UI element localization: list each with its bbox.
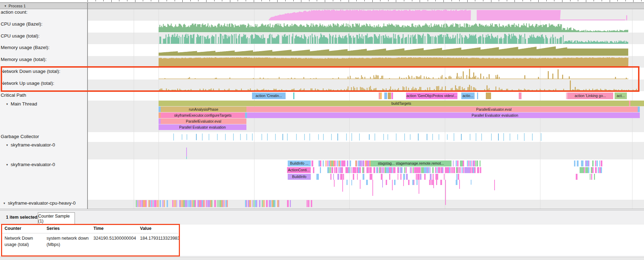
trace-slice[interactable] — [372, 180, 373, 196]
trace-slice[interactable] — [436, 180, 437, 185]
trace-slice[interactable] — [313, 167, 314, 173]
trace-slice[interactable] — [462, 167, 463, 173]
trace-slice[interactable] — [432, 167, 434, 173]
trace-slice[interactable] — [155, 200, 156, 207]
collapse-icon[interactable]: ▾ — [6, 143, 8, 147]
main-thread-slice[interactable]: Parallel Evaluator evaluation — [350, 112, 640, 118]
tab-counter-sample[interactable]: Counter Sample (1) — [38, 212, 75, 225]
counter-chart-cpu-total[interactable] — [88, 33, 644, 44]
trace-slice[interactable] — [463, 160, 464, 166]
gc-tick[interactable] — [517, 134, 518, 140]
trace-slice[interactable] — [140, 200, 141, 207]
gc-tick[interactable] — [541, 133, 541, 141]
trace-slice[interactable] — [386, 180, 387, 185]
critical-path-slice[interactable] — [384, 93, 387, 99]
trace-slice[interactable] — [318, 174, 319, 180]
trace-slice[interactable] — [160, 200, 161, 207]
trace-slice[interactable] — [227, 200, 228, 207]
trace-slice[interactable] — [577, 160, 579, 166]
trace-slice[interactable] — [312, 160, 313, 166]
trace-slice[interactable] — [437, 174, 438, 180]
trace-slice[interactable] — [150, 200, 151, 207]
trace-slice[interactable] — [186, 200, 187, 207]
gc-tick[interactable] — [532, 134, 533, 141]
counter-chart-cpu-bazel[interactable] — [88, 21, 644, 32]
trace-slice[interactable] — [458, 174, 459, 180]
trace-slice[interactable] — [211, 200, 212, 207]
trace-slice[interactable] — [596, 160, 598, 166]
trace-slice[interactable] — [416, 174, 417, 180]
trace-slice[interactable] — [174, 200, 175, 207]
trace-slice[interactable] — [453, 160, 454, 166]
trace-slice[interactable] — [398, 174, 398, 180]
trace-slice[interactable] — [338, 167, 340, 173]
trace-slice[interactable] — [371, 167, 372, 173]
trace-slice[interactable] — [336, 160, 336, 166]
trace-slice[interactable] — [389, 174, 390, 180]
trace-slice[interactable] — [468, 160, 469, 166]
critical-path-slice[interactable] — [391, 93, 393, 99]
main-thread-slice[interactable] — [246, 107, 350, 112]
trace-slice[interactable] — [279, 200, 279, 207]
trace-slice[interactable] — [176, 200, 177, 207]
trace-slice[interactable] — [435, 167, 436, 173]
trace-slice[interactable] — [470, 167, 471, 173]
gc-tick[interactable] — [410, 134, 411, 140]
track-label-main-thread[interactable]: ▾Main Thread — [6, 101, 37, 107]
gc-tick[interactable] — [267, 134, 268, 141]
trace-slice[interactable] — [331, 167, 333, 173]
trace-slice[interactable] — [414, 180, 414, 185]
trace-slice[interactable] — [599, 160, 600, 166]
trace-slice[interactable] — [594, 174, 595, 180]
trace-slice[interactable] — [445, 180, 446, 205]
gc-tick[interactable] — [454, 133, 454, 141]
trace-slice[interactable] — [334, 167, 335, 173]
counter-chart-memory-total[interactable] — [88, 56, 644, 67]
gc-tick[interactable] — [396, 134, 397, 141]
trace-slice[interactable] — [190, 200, 191, 207]
trace-slice[interactable] — [411, 167, 412, 173]
critical-path-slice[interactable] — [477, 93, 478, 99]
trace-slice[interactable] — [452, 167, 453, 173]
main-thread-slice[interactable] — [247, 112, 350, 118]
trace-slice[interactable] — [167, 200, 168, 207]
trace-slice[interactable] — [214, 200, 216, 207]
trace-slice[interactable]: ActionConti... — [287, 167, 311, 173]
gc-tick[interactable] — [524, 133, 525, 141]
trace-slice[interactable] — [337, 160, 338, 166]
trace-slice[interactable] — [413, 167, 414, 173]
gc-tick[interactable] — [427, 134, 427, 140]
gc-tick[interactable] — [304, 134, 305, 141]
trace-slice[interactable] — [457, 167, 458, 173]
trace-slice[interactable] — [137, 200, 138, 207]
trace-slice[interactable] — [601, 167, 602, 173]
trace-slice[interactable] — [394, 180, 396, 185]
trace-slice[interactable] — [444, 174, 444, 180]
trace-slice[interactable] — [359, 167, 361, 173]
trace-slice[interactable] — [263, 200, 265, 207]
trace-slice[interactable] — [262, 200, 263, 207]
trace-slice[interactable] — [347, 160, 348, 166]
trace-slice[interactable] — [584, 167, 585, 173]
trace-slice[interactable] — [350, 160, 351, 166]
trace-slice[interactable] — [266, 200, 268, 207]
trace-slice[interactable] — [330, 174, 331, 180]
gc-tick[interactable] — [359, 134, 360, 140]
trace-slice[interactable] — [381, 174, 383, 180]
gc-tick[interactable] — [491, 134, 492, 141]
trace-slice[interactable] — [361, 160, 362, 166]
trace-slice[interactable] — [224, 200, 225, 207]
trace-slice[interactable] — [382, 167, 383, 173]
critical-path-slice[interactable] — [388, 93, 391, 99]
gc-tick[interactable] — [275, 134, 276, 140]
trace-slice[interactable] — [390, 167, 392, 173]
gc-tick[interactable] — [217, 134, 218, 140]
trace-slice[interactable] — [439, 167, 440, 173]
trace-slice[interactable] — [350, 167, 350, 173]
trace-slice[interactable] — [450, 167, 451, 173]
trace-slice[interactable] — [456, 160, 457, 166]
trace-slice[interactable] — [474, 167, 476, 173]
gc-tick[interactable] — [481, 134, 482, 141]
trace-slice[interactable] — [348, 167, 349, 173]
trace-slice[interactable] — [430, 174, 432, 180]
